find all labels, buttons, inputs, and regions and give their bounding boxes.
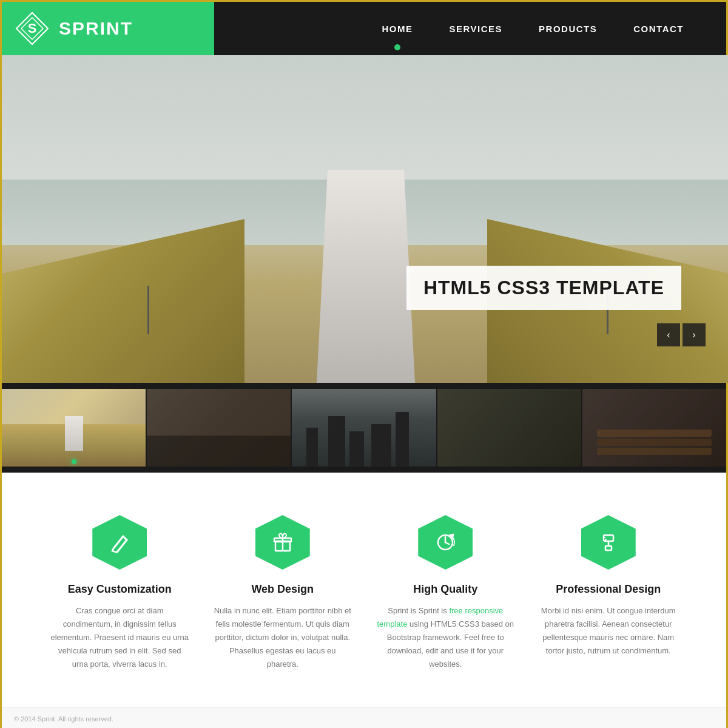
hero-prev-button[interactable]: ‹ [657,323,680,346]
nav-area: HOME SERVICES PRODUCTS CONTACT [214,2,726,55]
thumb-bg-3 [292,389,436,467]
page-wrapper: S SPRINT HOME SERVICES PRODUCTS CONTACT [0,0,728,728]
feature-icon-quality [418,515,473,570]
hero-title-box: HTML5 CSS3 TEMPLATE [406,266,681,310]
feature-icon-webdesign [255,515,310,570]
nav-services[interactable]: SERVICES [431,2,521,55]
stairs [311,170,420,383]
thumbnail-2[interactable] [147,389,291,467]
svg-text:S: S [28,21,37,36]
thumb-bg-4 [437,389,581,467]
hero-arrows: ‹ › [657,323,706,346]
feature-icon-customization [92,515,147,570]
thumbnail-5[interactable] [582,389,726,467]
logo-diamond: S [14,10,50,47]
feature-desc-quality: Sprint is Sprint is free responsive temp… [376,604,515,671]
logo-area: S SPRINT [2,2,214,55]
thumb-indicator-1 [72,459,76,464]
thumbnail-3[interactable] [292,389,436,467]
hero-section: HTML5 CSS3 TEMPLATE ‹ › [2,55,728,383]
hero-background [2,55,728,383]
thumb-dot-1 [72,459,76,464]
feature-title-customization: Easy Customization [68,583,172,596]
thumbnail-strip [2,383,726,473]
feature-desc-webdesign: Nulla in nunc elit. Etiam porttitor nibh… [214,604,352,671]
svg-line-19 [605,539,606,541]
feature-title-professional: Professional Design [556,583,661,596]
fence-post-left [147,286,149,334]
footer: © 2014 Sprint. All rights reserved. [2,707,726,728]
thumb-bg-1 [2,389,146,467]
feature-quality: High Quality Sprint is Sprint is free re… [364,515,527,671]
hero-title: HTML5 CSS3 TEMPLATE [423,277,664,298]
features-section: Easy Customization Cras congue orci at d… [2,473,726,707]
logo-title: SPRINT [59,18,133,39]
nav-contact[interactable]: CONTACT [615,2,702,55]
thumb-bg-5 [582,389,726,467]
feature-desc-professional: Morbi id nisi enim. Ut congue interdum p… [539,604,678,658]
thumbnail-4[interactable] [437,389,581,467]
nav-products[interactable]: PRODUCTS [521,2,615,55]
nav-home[interactable]: HOME [364,2,431,55]
header: S SPRINT HOME SERVICES PRODUCTS CONTACT [2,2,726,55]
svg-line-13 [445,542,449,544]
svg-line-7 [112,551,116,552]
feature-desc-customization: Cras congue orci at diam condimentum, in… [50,604,189,671]
feature-customization: Easy Customization Cras congue orci at d… [38,515,201,671]
feature-webdesign: Web Design Nulla in nunc elit. Etiam por… [201,515,365,671]
feature-professional: Professional Design Morbi id nisi enim. … [527,515,690,671]
thumbnail-items [2,389,726,467]
feature-title-webdesign: Web Design [251,583,314,596]
svg-rect-17 [605,546,612,550]
feature-title-quality: High Quality [413,583,477,596]
thumb-bg-2 [147,389,291,467]
hero-next-button[interactable]: › [682,323,706,346]
feature-icon-professional [581,515,636,570]
thumbnail-1[interactable] [2,389,146,467]
footer-text: © 2014 Sprint. All rights reserved. [14,715,113,723]
